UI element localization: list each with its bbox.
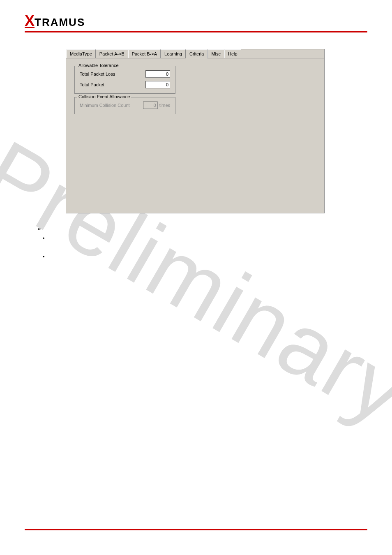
arrow-icon: ➢: [37, 226, 42, 232]
bullet-icon: •: [43, 254, 45, 260]
tab-criteria[interactable]: Criteria: [186, 49, 208, 58]
field-total-packet: Total Packet: [80, 81, 170, 88]
brand-logo: XTRAMUS: [25, 12, 85, 30]
tab-learning[interactable]: Learning: [161, 49, 186, 58]
unit-times: times: [159, 103, 170, 108]
label-total-packet: Total Packet: [80, 82, 104, 87]
input-min-collision-count: [143, 102, 158, 109]
field-total-packet-loss: Total Packet Loss: [80, 70, 170, 78]
label-min-collision-count: Minimum Collision Count: [80, 103, 130, 108]
tab-packet-ba[interactable]: Packet B->A: [128, 49, 161, 58]
tab-strip: MediaType Packet A->B Packet B->A Learni…: [66, 49, 324, 58]
tab-mediatype[interactable]: MediaType: [66, 49, 96, 58]
description-text: ➢ • •: [25, 226, 367, 260]
tab-help[interactable]: Help: [224, 49, 241, 58]
field-min-collision-count: Minimum Collision Count times: [80, 102, 170, 109]
input-total-packet-loss[interactable]: [145, 70, 170, 78]
input-total-packet[interactable]: [145, 81, 170, 88]
group-title: Collision Event Allowance: [77, 94, 131, 99]
bullet-icon: •: [43, 235, 45, 241]
tab-misc[interactable]: Misc: [208, 49, 224, 58]
logo-rest: TRAMUS: [35, 16, 85, 28]
footer-divider: [25, 529, 367, 530]
logo-x: X: [25, 12, 35, 29]
group-allowable-tolerance: Allowable Tolerance Total Packet Loss To…: [74, 66, 175, 94]
settings-panel: MediaType Packet A->B Packet B->A Learni…: [66, 49, 325, 213]
group-collision-event-allowance: Collision Event Allowance Minimum Collis…: [74, 97, 175, 114]
tab-packet-ab[interactable]: Packet A->B: [96, 49, 128, 58]
group-title: Allowable Tolerance: [77, 63, 120, 68]
label-total-packet-loss: Total Packet Loss: [80, 72, 115, 76]
header: XTRAMUS: [0, 0, 392, 30]
panel-body: Allowable Tolerance Total Packet Loss To…: [66, 58, 324, 125]
